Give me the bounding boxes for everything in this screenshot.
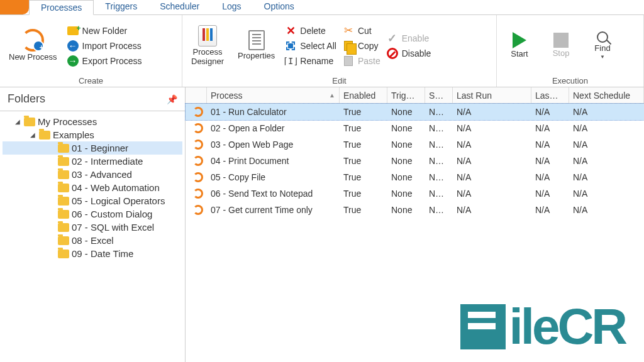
app-badge <box>0 0 29 14</box>
tree-item[interactable]: 03 - Advanced <box>3 168 182 181</box>
main-area: Folders 📌 ◢My Processes◢Examples01 - Beg… <box>0 87 644 362</box>
process-grid: Process▲ Enabled Trig… S… Last Run Las… … <box>186 87 644 362</box>
properties-icon <box>248 30 265 50</box>
play-icon <box>513 32 526 48</box>
folder-icon <box>58 250 69 258</box>
col-lasd[interactable]: Las… <box>531 87 569 103</box>
tab-options[interactable]: Options <box>253 0 306 14</box>
chevron-down-icon: ▼ <box>600 54 605 60</box>
properties-label: Properties <box>238 52 275 60</box>
tab-triggers[interactable]: Triggers <box>94 0 148 14</box>
expand-icon: ◢ <box>14 118 21 125</box>
process-icon <box>193 107 203 117</box>
col-s[interactable]: S… <box>425 87 453 103</box>
import-process-button[interactable]: ←Import Process <box>67 40 142 52</box>
copy-button[interactable]: Copy <box>343 40 380 52</box>
table-row[interactable]: 04 - Print DocumentTrueNoneN…N/AN/AN/A <box>186 153 644 169</box>
tree-item[interactable]: 07 - SQL with Excel <box>3 221 182 234</box>
import-icon: ← <box>67 40 79 52</box>
watermark: ileCR <box>460 298 626 356</box>
new-process-icon <box>21 29 44 52</box>
col-trigger[interactable]: Trig… <box>387 87 425 103</box>
export-process-button[interactable]: →Export Process <box>67 55 142 67</box>
watermark-f-icon <box>460 304 506 349</box>
folder-icon <box>58 144 69 153</box>
tab-logs[interactable]: Logs <box>211 0 252 14</box>
expand-icon: ◢ <box>29 131 36 138</box>
folder-icon <box>58 236 69 245</box>
folders-header: Folders 📌 <box>0 87 185 111</box>
select-all-button[interactable]: Select All <box>285 40 336 52</box>
tab-processes[interactable]: Processes <box>29 0 94 15</box>
col-next[interactable]: Next Schedule <box>569 87 644 103</box>
folder-icon <box>58 157 69 166</box>
enable-icon: ✓ <box>387 33 398 44</box>
process-designer-label: Process Designer <box>191 48 224 66</box>
sort-asc-icon: ▲ <box>329 92 335 99</box>
paste-button[interactable]: Paste <box>343 55 380 67</box>
process-icon <box>193 189 203 199</box>
start-button[interactable]: Start <box>502 31 537 60</box>
folder-icon <box>58 197 69 206</box>
tree-item[interactable]: 01 - Beginner <box>3 141 182 155</box>
ribbon: New Process New Folder ←Import Process →… <box>0 15 644 87</box>
delete-button[interactable]: ✕Delete <box>285 25 336 36</box>
stop-icon <box>553 33 569 48</box>
delete-icon: ✕ <box>285 25 296 36</box>
folder-tree: ◢My Processes◢Examples01 - Beginner02 - … <box>0 111 185 264</box>
folder-icon <box>58 223 69 232</box>
col-process[interactable]: Process▲ <box>207 87 340 103</box>
col-enabled[interactable]: Enabled <box>340 87 387 103</box>
process-icon <box>193 156 203 166</box>
folder-icon <box>39 131 50 140</box>
table-row[interactable]: 03 - Open Web PageTrueNoneN…N/AN/AN/A <box>186 136 644 153</box>
enable-button[interactable]: ✓Enable <box>387 33 431 44</box>
folders-pane: Folders 📌 ◢My Processes◢Examples01 - Beg… <box>0 87 186 362</box>
stop-button[interactable]: Stop <box>543 31 579 59</box>
new-folder-button[interactable]: New Folder <box>67 25 142 36</box>
designer-icon <box>198 25 217 47</box>
tree-item[interactable]: 05 - Logical Operators <box>3 194 182 207</box>
process-icon <box>193 172 203 182</box>
copy-icon <box>344 41 353 51</box>
group-execution-label: Execution <box>497 76 643 87</box>
folder-icon <box>58 184 69 192</box>
find-button[interactable]: Find▼ <box>585 30 620 61</box>
pin-icon[interactable]: 📌 <box>167 94 177 104</box>
rename-button[interactable]: ⌈I⌋Rename <box>285 55 336 67</box>
process-icon <box>193 205 203 215</box>
table-row[interactable]: 07 - Get current Time onlyTrueNoneN…N/AN… <box>186 202 644 218</box>
process-designer-button[interactable]: Process Designer <box>187 24 228 67</box>
tree-item[interactable]: 09 - Date Time <box>3 247 182 260</box>
tree-examples[interactable]: ◢Examples <box>3 128 182 141</box>
tree-item[interactable]: 04 - Web Automation <box>3 181 182 194</box>
table-row[interactable]: 06 - Send Text to NotepadTrueNoneN…N/AN/… <box>186 185 644 202</box>
new-process-label: New Process <box>9 53 57 62</box>
folder-plus-icon <box>67 26 79 35</box>
cut-icon: ✂ <box>343 25 354 36</box>
paste-icon <box>344 56 353 66</box>
tree-item[interactable]: 02 - Intermediate <box>3 155 182 168</box>
disable-icon <box>387 48 398 59</box>
cut-button[interactable]: ✂Cut <box>343 25 380 36</box>
table-row[interactable]: 05 - Copy FileTrueNoneN…N/AN/AN/A <box>186 169 644 185</box>
folder-icon <box>24 118 35 126</box>
tree-item[interactable]: 08 - Excel <box>3 234 182 247</box>
tree-my-processes[interactable]: ◢My Processes <box>3 115 182 128</box>
table-row[interactable]: 01 - Run CalculatorTrueNoneN…N/AN/AN/A <box>186 104 644 120</box>
table-row[interactable]: 02 - Open a FolderTrueNoneN…N/AN/AN/A <box>186 120 644 136</box>
tab-scheduler[interactable]: Scheduler <box>148 0 211 14</box>
group-create-label: Create <box>0 76 182 87</box>
rename-icon: ⌈I⌋ <box>285 55 296 67</box>
folder-icon <box>58 170 69 179</box>
find-icon <box>597 31 608 43</box>
select-all-icon <box>286 41 295 50</box>
tree-item[interactable]: 06 - Custom Dialog <box>3 207 182 221</box>
tab-strip: ProcessesTriggersSchedulerLogsOptions <box>0 0 644 15</box>
new-process-button[interactable]: New Process <box>5 28 61 63</box>
grid-header: Process▲ Enabled Trig… S… Last Run Las… … <box>186 87 644 104</box>
disable-button[interactable]: Disable <box>387 48 431 59</box>
properties-button[interactable]: Properties <box>234 29 279 62</box>
col-lastrun[interactable]: Last Run <box>453 87 531 103</box>
process-icon <box>193 140 203 150</box>
